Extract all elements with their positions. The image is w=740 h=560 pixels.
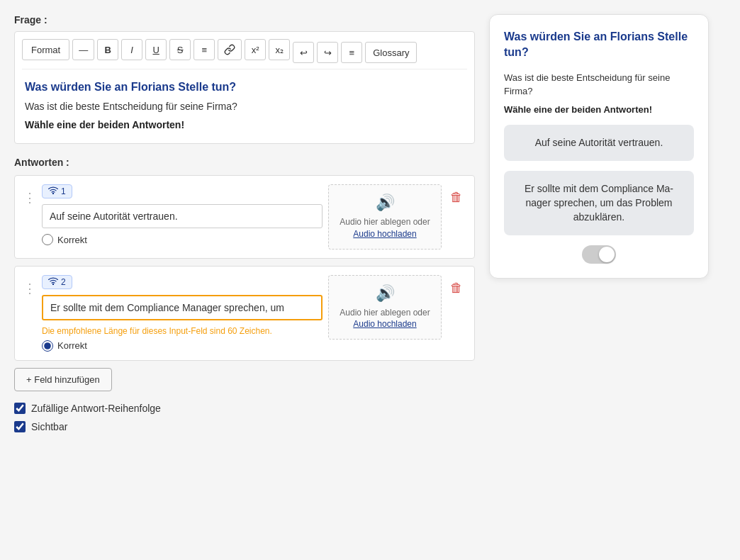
audio-icon-1: 🔊 <box>376 194 395 212</box>
add-field-button[interactable]: + Feld hinzufügen <box>14 368 112 391</box>
glossary-button[interactable]: Glossary <box>365 42 417 63</box>
answer-main-1: 1 Korrekt <box>42 184 323 245</box>
preview-title: Was würden Sie an Florians Stelle tun? <box>504 29 694 61</box>
preview-answer-btn-2[interactable]: Er sollte mit dem Compliance Ma­nager sp… <box>504 171 694 235</box>
audio-box-2: 🔊 Audio hier ablegen oder Audio hochlade… <box>328 275 442 340</box>
bold-button[interactable]: B <box>97 39 118 60</box>
answer-input-1[interactable] <box>42 204 323 228</box>
drag-handle-1[interactable]: ⋮ <box>23 190 36 206</box>
correct-label-1: Korrekt <box>57 235 87 245</box>
answer-card-1: ⋮ 1 Korrekt 🔊 Audio hier ablegen oder <box>14 175 475 259</box>
signal-icon-1 <box>48 186 58 196</box>
audio-text-1: Audio hier ablegen oder Audio hochladen <box>340 216 430 240</box>
preview-toggle[interactable] <box>582 245 616 264</box>
correct-label-2: Korrekt <box>57 340 87 351</box>
correct-radio-2[interactable] <box>42 340 53 352</box>
signal-icon-2 <box>48 277 58 287</box>
svg-point-1 <box>52 284 53 284</box>
answer-input-2[interactable] <box>42 295 323 320</box>
subscript-button[interactable]: x₂ <box>269 39 290 60</box>
editor-container: Format — B I U S ≡ x² x₂ ↩ ↪ ≡ <box>14 31 475 144</box>
drag-handle-2[interactable]: ⋮ <box>23 281 36 296</box>
audio-upload-link-1[interactable]: Audio hochladen <box>353 229 416 239</box>
correct-row-2: Korrekt <box>42 340 323 352</box>
preview-answer-btn-1[interactable]: Auf seine Autorität vertrauen. <box>504 125 694 162</box>
superscript-button[interactable]: x² <box>245 39 266 60</box>
preview-subtitle: Was ist die beste Entscheidung für seine… <box>504 71 694 99</box>
left-panel: Frage : Format — B I U S ≡ x² x₂ <box>14 14 475 546</box>
visible-label: Sichtbar <box>31 421 67 432</box>
visible-checkbox[interactable] <box>14 421 26 432</box>
answer-card-2: ⋮ 2 Die empfohlene Länge für dieses Inpu… <box>14 266 475 361</box>
random-order-label: Zufällige Antwort-Reihenfolge <box>31 403 161 414</box>
editor-instruction: Wähle eine der beiden Antworten! <box>25 119 464 130</box>
random-order-checkbox[interactable] <box>14 403 26 414</box>
toolbar-row-1: Format — B I U S ≡ x² x₂ <box>22 39 290 63</box>
answer-main-2: 2 Die empfohlene Länge für dieses Input-… <box>42 275 323 352</box>
underline-button[interactable]: U <box>145 39 167 60</box>
undo-button[interactable]: ↩ <box>293 42 314 63</box>
random-order-row: Zufällige Antwort-Reihenfolge <box>14 403 475 414</box>
correct-radio-1[interactable] <box>42 234 53 245</box>
frage-label: Frage : <box>14 14 475 26</box>
antworten-label: Antworten : <box>14 157 475 168</box>
editor-title: Was würden Sie an Florians Stelle tun? <box>25 81 464 94</box>
align-button[interactable]: ≡ <box>341 42 362 63</box>
audio-text-2: Audio hier ablegen oder Audio hochladen <box>340 307 430 331</box>
svg-point-0 <box>52 193 53 194</box>
delete-button-1[interactable]: 🗑 <box>447 187 466 208</box>
toolbar: Format — B I U S ≡ x² x₂ ↩ ↪ ≡ <box>22 39 467 69</box>
badge-number-1: 1 <box>61 186 66 196</box>
format-button[interactable]: Format <box>22 39 69 60</box>
answer-warning-2: Die empfohlene Länge für dieses Input-Fe… <box>42 326 323 336</box>
audio-upload-link-2[interactable]: Audio hochladen <box>353 319 416 329</box>
italic-button[interactable]: I <box>121 39 142 60</box>
preview-body: Was ist die beste Entscheidung für seine… <box>504 71 694 115</box>
redo-button[interactable]: ↪ <box>317 42 338 63</box>
list-button[interactable]: ≡ <box>194 39 215 60</box>
answer-badge-2: 2 <box>42 275 72 289</box>
editor-subtitle: Was ist die beste Entscheidung für seine… <box>25 101 464 112</box>
audio-box-1: 🔊 Audio hier ablegen oder Audio hochlade… <box>328 184 442 250</box>
audio-icon-2: 🔊 <box>376 284 395 303</box>
delete-button-2[interactable]: 🗑 <box>447 278 466 298</box>
strikethrough-button[interactable]: S <box>169 39 191 60</box>
visible-row: Sichtbar <box>14 421 475 432</box>
separator-button[interactable]: — <box>72 39 94 60</box>
preview-panel: Was würden Sie an Florians Stelle tun? W… <box>489 14 709 279</box>
answer-badge-1: 1 <box>42 184 72 198</box>
editor-content: Was würden Sie an Florians Stelle tun? W… <box>22 75 467 136</box>
correct-row-1: Korrekt <box>42 234 323 245</box>
toolbar-row-2: ↩ ↪ ≡ Glossary <box>293 42 417 63</box>
badge-number-2: 2 <box>61 277 66 287</box>
preview-instruction: Wähle eine der beiden Antworten! <box>504 104 694 115</box>
link-button[interactable] <box>218 39 242 60</box>
